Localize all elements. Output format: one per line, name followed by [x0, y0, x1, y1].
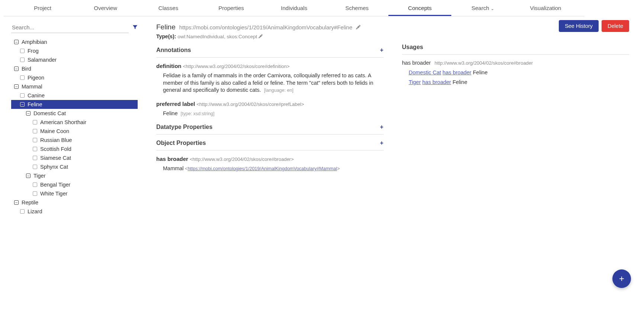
tree-node-label: Salamander [28, 57, 57, 63]
usage-predicate-link[interactable]: has broader [443, 69, 471, 75]
tree-node-siamese-cat[interactable]: Siamese Cat [11, 153, 138, 162]
nav-tab-concepts[interactable]: Concepts [388, 0, 451, 16]
leaf-icon [20, 75, 25, 80]
tree-node-white-tiger[interactable]: White Tiger [11, 189, 138, 198]
tree-node-bird[interactable]: −Bird [11, 64, 138, 73]
types-label: Type(s): [156, 33, 176, 39]
leaf-icon [33, 156, 37, 160]
top-nav: ProjectOverviewClassesPropertiesIndividu… [4, 0, 584, 16]
tree-node-russian-blue[interactable]: Russian Blue [11, 136, 138, 145]
tree-node-label: Feline [28, 101, 42, 107]
delete-button[interactable]: Delete [602, 20, 629, 32]
tree-node-scottish-fold[interactable]: Scottish Fold [11, 145, 138, 153]
filter-icon[interactable] [132, 25, 138, 31]
tree-node-mammal[interactable]: −Mammal [11, 82, 138, 91]
tree-node-label: Siamese Cat [40, 155, 71, 161]
tree-node-label: Canine [28, 93, 45, 98]
tree-node-amphibian[interactable]: −Amphibian [11, 38, 138, 46]
edit-types-icon[interactable] [259, 34, 263, 39]
usage-property-label: has broader [402, 60, 431, 66]
tree-node-domestic-cat[interactable]: −Domestic Cat [11, 109, 138, 118]
nav-tab-project[interactable]: Project [11, 0, 74, 16]
object-property-link[interactable]: https://mobi.com/ontologies/1/2019/Anima… [188, 166, 337, 171]
nav-tab-properties[interactable]: Properties [200, 0, 263, 16]
leaf-icon [33, 182, 37, 187]
annotation-iri: <http://www.w3.org/2004/02/skos/core#pre… [196, 101, 304, 107]
add-object-property-icon[interactable]: + [380, 140, 383, 146]
annotation-block: preferred label<http://www.w3.org/2004/0… [156, 101, 384, 117]
object-properties-header: Object Properties [156, 140, 206, 146]
object-property-name: has broader [156, 156, 188, 162]
nav-tab-visualization[interactable]: Visualization [514, 0, 577, 16]
collapse-icon[interactable]: − [26, 174, 31, 178]
tree-node-label: Frog [28, 48, 39, 54]
annotation-meta: [type: xsd:string] [181, 111, 215, 116]
annotation-iri: <http://www.w3.org/2004/02/skos/core#def… [183, 64, 290, 69]
add-annotation-icon[interactable]: + [380, 47, 383, 54]
annotation-name: definition [156, 63, 182, 69]
tree-node-label: Lizard [28, 208, 42, 214]
tree-node-canine[interactable]: Canine [11, 91, 138, 100]
usage-subject-link[interactable]: Tiger [409, 79, 421, 85]
tree-node-label: Tiger [33, 173, 46, 179]
leaf-icon [33, 147, 37, 151]
plus-icon: + [619, 273, 624, 284]
tree-node-american-shorthair[interactable]: American Shorthair [11, 118, 138, 127]
tree-node-label: Reptile [22, 200, 38, 205]
nav-tab-overview[interactable]: Overview [74, 0, 137, 16]
leaf-icon [20, 58, 25, 62]
leaf-icon [20, 49, 25, 53]
usage-subject-link[interactable]: Domestic Cat [409, 69, 441, 75]
annotations-header: Annotations [156, 47, 191, 54]
nav-tab-schemes[interactable]: Schemes [326, 0, 388, 16]
tree-node-reptile[interactable]: −Reptile [11, 198, 138, 207]
collapse-icon[interactable]: − [14, 40, 19, 44]
leaf-icon [20, 93, 25, 98]
annotation-value: Feline [type: xsd:string] [163, 110, 384, 117]
tree-node-maine-coon[interactable]: Maine Coon [11, 127, 138, 136]
collapse-icon[interactable]: − [14, 67, 19, 71]
usage-object: Feline [473, 69, 488, 75]
tree-node-sphynx-cat[interactable]: Sphynx Cat [11, 162, 138, 171]
concept-tree: −AmphibianFrogSalamander−BirdPigeon−Mamm… [11, 38, 138, 216]
see-history-button[interactable]: See History [559, 20, 599, 32]
tree-node-bengal-tiger[interactable]: Bengal Tiger [11, 180, 138, 189]
annotation-value: Felidae is a family of mammals in the or… [163, 72, 384, 94]
tree-node-label: Bengal Tiger [40, 182, 70, 188]
leaf-icon [33, 120, 37, 124]
object-property-iri: <http://www.w3.org/2004/02/skos/core#bro… [190, 156, 294, 162]
search-input[interactable] [11, 22, 129, 33]
collapse-icon[interactable]: − [14, 200, 19, 205]
concept-tree-panel: −AmphibianFrogSalamander−BirdPigeon−Mamm… [0, 16, 149, 314]
usage-item: Tiger has broader Feline [409, 79, 629, 85]
nav-tab-search[interactable]: Search⌄ [451, 0, 514, 16]
usage-predicate-link[interactable]: has broader [422, 79, 451, 85]
tree-node-salamander[interactable]: Salamander [11, 55, 138, 64]
usage-object: Feline [452, 79, 467, 85]
tree-node-label: Domestic Cat [33, 110, 66, 116]
edit-iri-icon[interactable] [356, 25, 361, 30]
annotation-name: preferred label [156, 101, 195, 107]
collapse-icon[interactable]: − [26, 111, 31, 116]
detail-panel: Feline https://mobi.com/ontologies/1/201… [149, 16, 395, 314]
collapse-icon[interactable]: − [20, 102, 25, 107]
add-datatype-property-icon[interactable]: + [380, 124, 383, 130]
tree-node-pigeon[interactable]: Pigeon [11, 73, 138, 82]
tree-node-frog[interactable]: Frog [11, 46, 138, 55]
leaf-icon [20, 209, 25, 214]
nav-tab-individuals[interactable]: Individuals [263, 0, 326, 16]
tree-node-tiger[interactable]: −Tiger [11, 171, 138, 180]
nav-tab-classes[interactable]: Classes [137, 0, 200, 16]
tree-node-label: Bird [22, 66, 31, 72]
leaf-icon [33, 191, 37, 196]
collapse-icon[interactable]: − [14, 84, 19, 89]
tree-node-label: Pigeon [28, 75, 44, 81]
entity-iri: https://mobi.com/ontologies/1/2019/Anima… [179, 24, 352, 30]
object-property-value: Mammal <https://mobi.com/ontologies/1/20… [163, 165, 384, 172]
chevron-down-icon: ⌄ [491, 0, 494, 17]
add-fab-button[interactable]: + [612, 269, 631, 288]
tree-node-label: Sphynx Cat [40, 164, 68, 170]
tree-node-lizard[interactable]: Lizard [11, 207, 138, 216]
tree-node-feline[interactable]: −Feline [11, 100, 138, 109]
usages-header: Usages [402, 44, 629, 55]
